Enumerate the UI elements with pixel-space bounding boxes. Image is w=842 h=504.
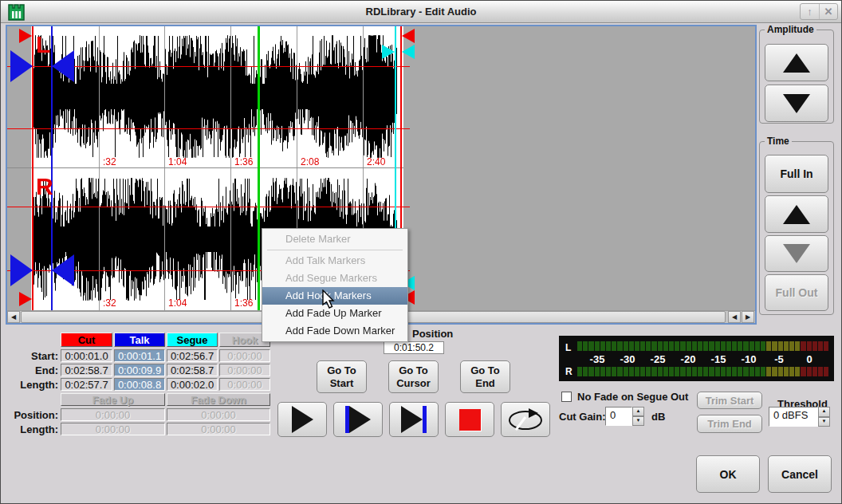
meter-segment: [698, 341, 702, 351]
meter-segment: [629, 341, 634, 351]
meter-segment: [784, 341, 789, 351]
loop-button[interactable]: [501, 402, 550, 437]
segue-end-value: 0:02:58.7: [167, 364, 218, 376]
talk-end-marker-icon[interactable]: [52, 50, 74, 82]
length-row-label: Length:: [2, 379, 58, 391]
meter-segment: [721, 367, 726, 376]
scroll-left-icon[interactable]: ◀: [7, 311, 20, 323]
play-to-end-button[interactable]: [389, 402, 439, 437]
meter-segment: [721, 341, 726, 351]
fade-up-position-value: 0:00:00: [61, 408, 165, 421]
meter-segment: [801, 341, 805, 351]
trim-start-button[interactable]: Trim Start: [697, 392, 762, 409]
meter-segment: [755, 367, 760, 376]
meter-scale: -35-30-25-20-15-10-50: [559, 353, 834, 365]
talk-column-header: Talk: [114, 333, 165, 347]
goto-start-button[interactable]: Go ToStart: [317, 360, 367, 393]
fade-down-header: Fade Down: [167, 393, 270, 406]
ok-button[interactable]: OK: [696, 455, 760, 493]
stop-button[interactable]: [445, 402, 494, 437]
position-value: 0:01:50.2: [384, 341, 444, 354]
talk-start-value: 0:00:01.1: [114, 349, 165, 362]
meter-segment: [640, 367, 645, 376]
audio-meter: L R -35-30-25-20-15-10-50: [559, 336, 834, 381]
goto-end-button[interactable]: Go ToEnd: [460, 360, 510, 393]
goto-cursor-button[interactable]: Go ToCursor: [388, 360, 439, 393]
scroll-right-icon[interactable]: ▶: [742, 311, 754, 323]
fade-position-row-label: Position:: [2, 409, 58, 421]
meter-segment: [669, 341, 674, 351]
meter-segment: [766, 341, 771, 351]
meter-segment: [812, 341, 817, 351]
shade-button[interactable]: ↑: [801, 4, 819, 19]
cut-gain-input[interactable]: 0: [605, 407, 632, 426]
time-zoom-in-button[interactable]: [765, 195, 828, 233]
trim-end-button[interactable]: Trim End: [697, 415, 762, 433]
meter-segment: [687, 341, 691, 351]
threshold-spinner[interactable]: ▲▼: [818, 407, 830, 427]
time-full-in-button[interactable]: Full In: [765, 155, 828, 193]
amplitude-up-button[interactable]: [765, 44, 828, 81]
meter-segment: [789, 367, 794, 376]
meter-segment: [703, 341, 708, 351]
cut-start-value: 0:00:01.0: [61, 349, 112, 362]
waveform-left-channel[interactable]: [31, 26, 403, 167]
close-button[interactable]: ✕: [819, 4, 837, 19]
meter-segment: [818, 367, 823, 376]
trim-end-label: Trim End: [707, 418, 752, 430]
meter-segment: [606, 341, 611, 351]
meter-segment: [600, 367, 605, 376]
menu-item-add-segue-markers[interactable]: Add Segue Markers: [262, 270, 407, 287]
meter-left-label: L: [565, 342, 571, 353]
meter-segment: [789, 341, 794, 351]
fade-down-position-value: 0:00:00: [167, 408, 270, 421]
left-channel-label: L: [36, 33, 50, 57]
meter-segment: [818, 341, 823, 351]
threshold-input[interactable]: 0 dBFS: [769, 407, 818, 427]
meter-segment: [635, 367, 639, 376]
play-button[interactable]: [277, 402, 327, 437]
fade-down-length-value: 0:00:00: [167, 423, 270, 435]
titlebar[interactable]: RDLibrary - Edit Audio ↑ ✕: [1, 1, 841, 23]
no-fade-checkbox[interactable]: [561, 392, 572, 402]
menu-item-add-talk-markers[interactable]: Add Talk Markers: [262, 252, 407, 270]
meter-segment: [750, 367, 754, 376]
meter-segment: [669, 367, 674, 376]
scroll-left-icon[interactable]: ◀: [728, 311, 741, 323]
menu-item-delete-marker[interactable]: Delete Marker: [262, 230, 407, 248]
meter-segment: [646, 367, 651, 376]
down-arrow-icon: [783, 244, 810, 263]
time-group: Time Full In Full Out: [759, 141, 834, 315]
time-full-out-button[interactable]: Full Out: [765, 274, 828, 311]
full-out-label: Full Out: [776, 286, 818, 300]
meter-segment: [600, 341, 605, 351]
cut-start-marker-icon[interactable]: [19, 292, 32, 306]
playback-cursor[interactable]: [258, 26, 260, 310]
fade-length-row-label: Length:: [2, 423, 58, 435]
talk-start-marker-icon[interactable]: [10, 50, 33, 82]
talk-start-marker-icon[interactable]: [10, 254, 33, 286]
meter-segment: [588, 341, 593, 351]
cut-end-marker-icon[interactable]: [402, 29, 415, 43]
cut-column-header: Cut: [61, 333, 112, 347]
cancel-button[interactable]: Cancel: [768, 455, 832, 493]
cut-start-marker-icon[interactable]: [19, 29, 32, 43]
talk-end-marker-icon[interactable]: [52, 254, 74, 286]
segue-end-marker-icon[interactable]: [402, 45, 415, 59]
time-tick: :32: [103, 297, 116, 309]
time-tick: 1:36: [234, 156, 253, 167]
stop-icon: [459, 409, 481, 431]
meter-segment: [617, 341, 622, 351]
meter-segment: [795, 341, 800, 351]
amplitude-down-button[interactable]: [765, 85, 828, 122]
cut-gain-spinner[interactable]: ▲▼: [632, 407, 644, 426]
play-to-end-icon: [401, 406, 427, 433]
meter-segment: [692, 367, 697, 376]
meter-segment: [583, 367, 588, 376]
play-from-start-button[interactable]: [333, 402, 383, 437]
menu-item-add-fade-down-marker[interactable]: Add Fade Down Marker: [262, 322, 407, 340]
meter-segment: [772, 341, 777, 351]
time-zoom-out-button[interactable]: [765, 235, 828, 272]
segue-start-marker-icon[interactable]: [382, 45, 395, 59]
amplitude-group-title: Amplitude: [765, 24, 816, 35]
